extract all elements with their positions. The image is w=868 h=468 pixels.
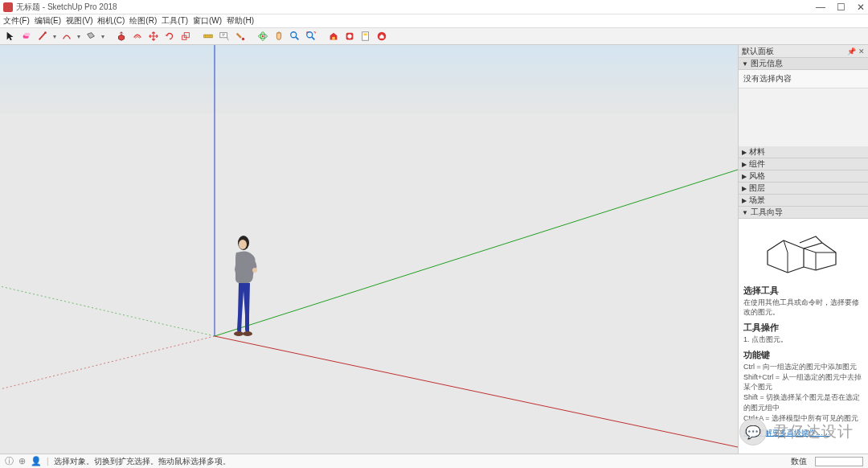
instructor-label: 工具向导 xyxy=(751,207,783,218)
instructor-k2: Shift+Ctrl = 从一组选定的图元中去掉某个图元 xyxy=(743,372,863,392)
rectangle-tool-icon[interactable] xyxy=(84,29,98,43)
menu-bar: 文件(F) 编辑(E) 视图(V) 相机(C) 绘图(R) 工具(T) 窗口(W… xyxy=(0,14,868,27)
measurement-input[interactable] xyxy=(815,457,863,466)
layers-header[interactable]: ▶图层 xyxy=(739,183,868,195)
instructor-k3: Shift = 切换选择某个图元是否在选定的图元组中 xyxy=(743,392,863,412)
instructor-tool-desc: 在使用其他工具或命令时，选择要修改的图元。 xyxy=(743,298,863,317)
layout-icon[interactable] xyxy=(358,29,373,43)
wechat-icon: 💬 xyxy=(739,418,767,445)
ext-warehouse-icon[interactable] xyxy=(375,29,389,43)
zoom-tool-icon[interactable] xyxy=(288,29,302,43)
materials-label: 材料 xyxy=(749,146,765,158)
status-geo-icon[interactable]: ⊕ xyxy=(18,456,26,466)
watermark: 💬 君亿达设计 xyxy=(739,418,854,445)
viewport-3d[interactable] xyxy=(0,45,738,454)
svg-point-27 xyxy=(234,331,244,336)
instructor-k1: Ctrl = 向一组选定的图元中添加图元 xyxy=(743,362,863,372)
extensions-icon[interactable] xyxy=(342,29,357,43)
instructor-keys-title: 功能键 xyxy=(743,349,863,361)
svg-point-2 xyxy=(44,31,47,34)
side-panel: 默认面板 📌 ✕ ▼图元信息 没有选择内容 ▶材料 ▶组件 ▶风格 ▶图层 ▶场… xyxy=(738,45,868,454)
select-tool-icon[interactable] xyxy=(3,29,18,43)
no-selection-text: 没有选择内容 xyxy=(743,74,792,83)
minimize-button[interactable]: — xyxy=(816,2,825,13)
offset-tool-icon[interactable] xyxy=(130,29,145,43)
menu-camera[interactable]: 相机(C) xyxy=(97,15,125,27)
rotate-tool-icon[interactable] xyxy=(162,29,177,43)
maximize-button[interactable]: ☐ xyxy=(837,2,845,13)
menu-help[interactable]: 帮助(H) xyxy=(227,15,254,27)
svg-rect-16 xyxy=(362,32,369,41)
menu-draw[interactable]: 绘图(R) xyxy=(129,15,157,27)
styles-header[interactable]: ▶风格 xyxy=(739,170,868,183)
panel-pin-icon[interactable]: 📌 ✕ xyxy=(847,47,865,55)
shape-dropdown-icon[interactable]: ▾ xyxy=(100,29,106,43)
svg-point-10 xyxy=(262,35,264,38)
app-icon xyxy=(3,2,13,12)
status-message: 选择对象。切换到扩充选择。拖动鼠标选择多项。 xyxy=(54,456,231,467)
svg-point-11 xyxy=(291,32,297,38)
instructor-op-1: 1. 点击图元。 xyxy=(743,335,863,344)
scenes-header[interactable]: ▶场景 xyxy=(739,195,868,207)
paint-tool-icon[interactable] xyxy=(233,29,248,43)
svg-line-20 xyxy=(215,170,738,336)
svg-line-22 xyxy=(0,286,215,336)
move-tool-icon[interactable] xyxy=(146,29,161,43)
warehouse-tool-icon[interactable] xyxy=(326,29,341,43)
svg-point-28 xyxy=(243,331,252,336)
layers-label: 图层 xyxy=(749,183,765,194)
svg-line-21 xyxy=(215,336,738,447)
origin-axes xyxy=(0,45,738,454)
svg-point-12 xyxy=(307,32,313,38)
styles-label: 风格 xyxy=(749,170,765,182)
default-panel-header[interactable]: 默认面板 📌 ✕ xyxy=(739,45,868,58)
scale-figure xyxy=(229,235,260,338)
menu-tools[interactable]: 工具(T) xyxy=(162,15,188,27)
menu-edit[interactable]: 编辑(E) xyxy=(35,15,61,27)
svg-line-23 xyxy=(0,336,215,389)
entity-info-body: 没有选择内容 xyxy=(739,70,868,88)
instructor-header[interactable]: ▼工具向导 xyxy=(739,207,868,219)
svg-point-15 xyxy=(347,34,351,38)
menu-window[interactable]: 窗口(W) xyxy=(193,15,222,27)
arc-tool-icon[interactable] xyxy=(59,29,74,43)
pan-tool-icon[interactable] xyxy=(272,29,286,43)
svg-point-25 xyxy=(239,240,247,249)
text-tool-icon[interactable] xyxy=(217,29,231,43)
status-info-icon[interactable]: ⓘ xyxy=(5,455,14,467)
status-bar: ⓘ ⊕ 👤 | 选择对象。切换到扩充选择。拖动鼠标选择多项。 数值 xyxy=(0,454,868,468)
entity-info-header[interactable]: ▼图元信息 xyxy=(739,58,868,70)
scale-tool-icon[interactable] xyxy=(178,29,193,43)
window-title: 无标题 - SketchUp Pro 2018 xyxy=(16,2,816,13)
menu-file[interactable]: 文件(F) xyxy=(3,15,30,27)
watermark-text: 君亿达设计 xyxy=(773,421,854,442)
line-tool-icon[interactable] xyxy=(35,29,50,43)
zoom-extents-tool-icon[interactable] xyxy=(304,29,318,43)
measurement-label: 数值 xyxy=(791,456,807,467)
instructor-illustration xyxy=(743,228,863,277)
scenes-label: 场景 xyxy=(749,195,765,206)
eraser-tool-icon[interactable] xyxy=(19,29,34,43)
instructor-tool-title: 选择工具 xyxy=(743,285,863,297)
line-dropdown-icon[interactable]: ▾ xyxy=(51,29,58,43)
arc-dropdown-icon[interactable]: ▾ xyxy=(76,29,82,43)
title-bar: 无标题 - SketchUp Pro 2018 — ☐ ✕ xyxy=(0,0,868,14)
components-header[interactable]: ▶组件 xyxy=(739,158,868,170)
menu-view[interactable]: 视图(V) xyxy=(66,15,92,27)
pushpull-tool-icon[interactable] xyxy=(114,29,129,43)
default-panel-label: 默认面板 xyxy=(742,46,774,57)
materials-header[interactable]: ▶材料 xyxy=(739,146,868,158)
svg-point-7 xyxy=(242,38,245,41)
status-user-icon[interactable]: 👤 xyxy=(31,456,42,466)
instructor-op-title: 工具操作 xyxy=(743,322,863,334)
svg-rect-13 xyxy=(332,37,335,40)
close-button[interactable]: ✕ xyxy=(857,2,865,13)
svg-rect-1 xyxy=(24,33,30,36)
toolbar: ▾ ▾ ▾ xyxy=(0,27,868,45)
tape-tool-icon[interactable] xyxy=(201,29,215,43)
components-label: 组件 xyxy=(749,158,765,170)
orbit-tool-icon[interactable] xyxy=(256,29,270,43)
svg-rect-17 xyxy=(363,34,366,36)
svg-point-26 xyxy=(252,268,257,273)
entity-info-label: 图元信息 xyxy=(751,58,783,69)
